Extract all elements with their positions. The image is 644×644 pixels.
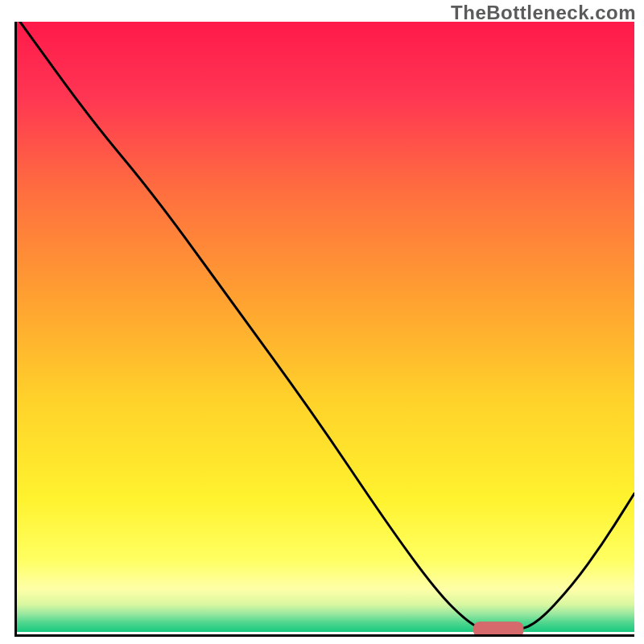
gradient-fill [17, 22, 634, 632]
plot-svg [17, 22, 634, 634]
plot-area [14, 22, 634, 637]
optimal-marker [474, 622, 523, 634]
chart-stage: TheBottleneck.com [0, 0, 644, 644]
watermark-text: TheBottleneck.com [451, 2, 636, 24]
